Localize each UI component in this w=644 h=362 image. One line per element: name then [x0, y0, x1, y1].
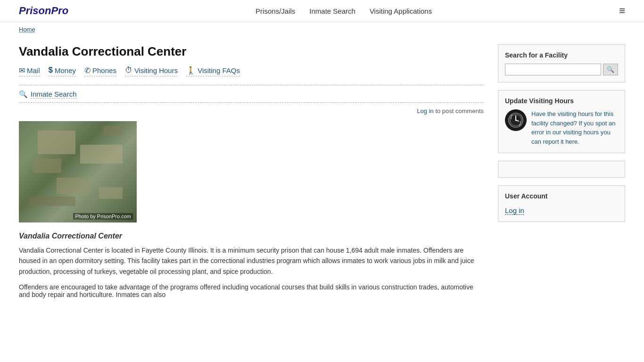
- post-comment-text: to post comments: [434, 107, 484, 115]
- facility-link-phones-label: Phones: [92, 66, 116, 74]
- user-account-login-button[interactable]: Log in: [505, 206, 524, 215]
- search-input-row: 🔍: [505, 64, 618, 75]
- hamburger-menu-icon[interactable]: ≡: [619, 5, 625, 17]
- update-visiting-card: Update Visiting Hours Have the: [498, 90, 625, 153]
- nav-prisons-jails[interactable]: Prisons/Jails: [256, 7, 295, 15]
- search-facility-card: Search for a Facility 🔍: [498, 44, 625, 82]
- facility-link-money[interactable]: $ Money: [49, 66, 76, 76]
- facility-link-money-label: Money: [55, 66, 76, 74]
- sidebar: Search for a Facility 🔍 Update Visiting …: [498, 37, 625, 298]
- facility-image: Photo by PrisonPro.com: [19, 121, 137, 222]
- clock-icon: ⏱: [125, 66, 132, 74]
- clock-icon-wrapper: [505, 109, 527, 131]
- nav-visiting-applications[interactable]: Visiting Applications: [370, 7, 432, 15]
- facility-link-phones[interactable]: ✆ Phones: [84, 66, 116, 76]
- clock-icon: [508, 112, 524, 128]
- svg-point-4: [515, 120, 517, 121]
- facility-description-2: Offenders are encouraged to take advanta…: [19, 283, 484, 298]
- search-button[interactable]: 🔍: [603, 64, 618, 75]
- facility-search-input[interactable]: [505, 64, 601, 75]
- nav-inmate-search[interactable]: Inmate Search: [309, 7, 355, 15]
- person-icon: 🚶: [186, 66, 196, 75]
- update-visiting-text: Have the visiting hours for this facilit…: [531, 109, 618, 146]
- user-account-card: User Account Log in: [498, 185, 625, 222]
- photo-credit: Photo by PrisonPro.com: [73, 213, 133, 220]
- update-visiting-title: Update Visiting Hours: [505, 97, 618, 105]
- facility-link-visiting-hours[interactable]: ⏱ Visiting Hours: [125, 66, 178, 76]
- breadcrumb: Home: [0, 22, 644, 37]
- facility-link-mail-label: Mail: [27, 66, 40, 74]
- nav-links: Prisons/Jails Inmate Search Visiting App…: [256, 7, 432, 15]
- empty-card: [498, 161, 625, 178]
- login-row: Log in to post comments: [19, 107, 484, 115]
- breadcrumb-home[interactable]: Home: [19, 26, 35, 33]
- update-visiting-content: Have the visiting hours for this facilit…: [505, 109, 618, 146]
- facility-subtitle: Vandalia Correctional Center: [19, 232, 484, 240]
- search-icon: 🔍: [607, 66, 614, 73]
- inmate-search-link-row: 🔍 Inmate Search: [19, 90, 484, 103]
- search-icon-small: 🔍: [19, 90, 28, 99]
- facility-link-visiting-faqs-label: Visiting FAQs: [198, 66, 240, 74]
- update-visiting-link[interactable]: Have the visiting hours for this facilit…: [531, 110, 616, 145]
- facility-link-visiting-hours-label: Visiting Hours: [134, 66, 178, 74]
- login-link[interactable]: Log in: [417, 107, 433, 115]
- facility-link-visiting-faqs[interactable]: 🚶 Visiting FAQs: [186, 66, 240, 76]
- mail-icon: ✉: [19, 66, 25, 75]
- page-title: Vandalia Correctional Center: [19, 44, 484, 59]
- facility-links: ✉ Mail $ Money ✆ Phones ⏱ Visiting Hours…: [19, 66, 484, 85]
- user-account-title: User Account: [505, 192, 618, 200]
- site-logo[interactable]: PrisonPro: [19, 5, 68, 17]
- search-facility-title: Search for a Facility: [505, 51, 618, 59]
- money-icon: $: [49, 66, 53, 75]
- inmate-search-link[interactable]: Inmate Search: [31, 90, 77, 99]
- facility-link-mail[interactable]: ✉ Mail: [19, 66, 40, 76]
- facility-description: Vandalia Correctional Center is located …: [19, 245, 484, 277]
- phone-icon: ✆: [84, 66, 91, 75]
